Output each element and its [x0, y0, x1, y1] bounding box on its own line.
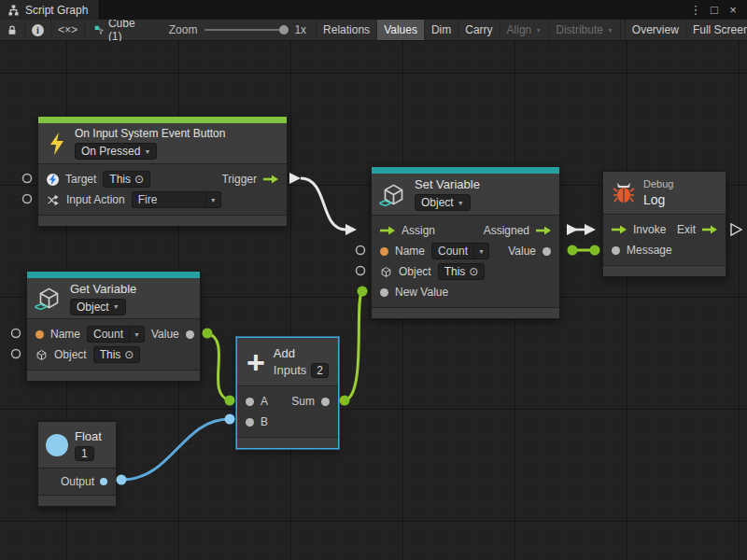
- output-row: Output: [38, 471, 116, 492]
- chevron-down-icon: ▼: [144, 148, 150, 155]
- unconnected-port[interactable]: [357, 246, 365, 255]
- node-title: Get Variable: [70, 282, 136, 296]
- unconnected-port[interactable]: [23, 195, 32, 203]
- zoom-label: Zoom: [169, 23, 198, 36]
- wire-trigger-to-assign[interactable]: [301, 178, 345, 230]
- variable-kind-dropdown[interactable]: Object▼: [70, 299, 126, 315]
- variable-cube-icon: <>: [36, 286, 62, 311]
- value-port[interactable]: [186, 330, 194, 339]
- new-value-port[interactable]: [380, 288, 388, 297]
- object-this-field[interactable]: This ⊙: [438, 263, 486, 280]
- new-value-row: New Value: [372, 282, 559, 302]
- distribute-dropdown[interactable]: Distribute▼: [549, 20, 621, 40]
- b-row: B: [237, 412, 338, 432]
- inspect-button[interactable]: i: [25, 20, 51, 40]
- message-port[interactable]: [612, 246, 620, 255]
- window-menu-icon[interactable]: ⋮: [687, 0, 704, 20]
- assign-label: Assign: [402, 224, 435, 237]
- flow-output-icon[interactable]: [536, 226, 551, 235]
- node-set-variable[interactable]: <> Set Variable Object▼ Assign Assigne: [371, 166, 560, 319]
- assigned-label: Assigned: [484, 224, 529, 237]
- node-footer: [372, 308, 559, 318]
- carry-button[interactable]: Carry: [458, 20, 500, 40]
- input-system-icon: [47, 174, 59, 186]
- value-wire-endpoint[interactable]: [203, 329, 213, 339]
- lock-button[interactable]: [0, 20, 25, 40]
- value-port[interactable]: [543, 247, 551, 256]
- wire-getvalue-to-a[interactable]: [207, 333, 230, 400]
- a-port[interactable]: [246, 398, 254, 406]
- maximize-icon[interactable]: □: [706, 0, 723, 20]
- input-action-icon: [47, 194, 60, 206]
- node-add[interactable]: + Add Inputs 2 A Sum: [236, 337, 339, 449]
- name-dropdown[interactable]: Count ▼: [431, 243, 489, 259]
- node-debug-log[interactable]: Debug Log Invoke Exit: [602, 171, 726, 277]
- invoke-label: Invoke: [633, 223, 666, 236]
- wire-sum-to-newvalue[interactable]: [345, 291, 362, 400]
- node-footer: [38, 216, 287, 226]
- input-action-dropdown[interactable]: Fire ▼: [132, 191, 221, 208]
- fullscreen-button[interactable]: Full Screen: [686, 20, 747, 40]
- unconnected-port[interactable]: [12, 350, 21, 358]
- target-label: Target: [65, 173, 96, 186]
- dim-button[interactable]: Dim: [425, 20, 458, 40]
- b-port[interactable]: [246, 418, 254, 427]
- float-value-field[interactable]: 1: [75, 446, 94, 461]
- values-button[interactable]: Values: [377, 20, 425, 40]
- node-title: On Input System Event Button: [75, 127, 225, 140]
- node-footer: [27, 371, 200, 381]
- flow-output-icon[interactable]: [702, 225, 717, 234]
- unconnected-port[interactable]: [23, 175, 32, 183]
- graph-toolbar: i <×> Cube (1) Zoom 1x Relations Values …: [0, 20, 747, 41]
- zoom-slider[interactable]: [204, 29, 287, 31]
- float-value-icon: [46, 434, 68, 456]
- node-on-input-system-event[interactable]: On Input System Event Button On Pressed▼…: [37, 116, 288, 227]
- flow-input-icon[interactable]: [612, 225, 627, 234]
- event-mode-dropdown[interactable]: On Pressed▼: [75, 143, 157, 160]
- value-wire-endpoint[interactable]: [568, 245, 578, 256]
- name-port[interactable]: [380, 247, 388, 256]
- zoom-slider-thumb[interactable]: [279, 25, 289, 35]
- unconnected-flow-port[interactable]: [731, 224, 741, 235]
- overview-button[interactable]: Overview: [625, 20, 686, 40]
- new-value-label: New Value: [395, 286, 448, 299]
- group-selection-button[interactable]: <×>: [51, 20, 85, 40]
- value-wire-endpoint[interactable]: [590, 245, 600, 256]
- variable-color-bar: [372, 167, 559, 174]
- flow-wire-endpoint[interactable]: [289, 173, 301, 184]
- node-float[interactable]: Float 1 Output: [37, 421, 117, 507]
- input-action-row: Input Action Fire ▼: [38, 189, 287, 210]
- node-title: Float: [75, 429, 102, 443]
- target-object-field[interactable]: This ⊙: [103, 171, 150, 188]
- name-dropdown[interactable]: Count ▼: [87, 326, 145, 343]
- inputs-count-field[interactable]: 2: [311, 363, 329, 378]
- align-dropdown[interactable]: Align▼: [500, 20, 550, 40]
- node-get-variable[interactable]: <> Get Variable Object▼ Name Count ▼: [26, 271, 201, 382]
- close-icon[interactable]: ×: [725, 0, 741, 20]
- flow-input-icon[interactable]: [380, 226, 395, 235]
- unconnected-port[interactable]: [12, 329, 21, 338]
- value-wire-endpoint[interactable]: [340, 396, 350, 406]
- unconnected-port[interactable]: [357, 267, 365, 275]
- variable-cube-icon: <>: [381, 182, 406, 207]
- graph-breadcrumb[interactable]: Cube (1): [85, 20, 148, 40]
- wire-output-to-b[interactable]: [121, 419, 230, 480]
- message-label: Message: [627, 244, 672, 257]
- flow-wire-endpoint[interactable]: [585, 224, 596, 235]
- flow-output-icon[interactable]: [263, 175, 278, 184]
- tab-label: Script Graph: [25, 4, 88, 17]
- tab-script-graph[interactable]: Script Graph: [0, 0, 100, 20]
- graph-canvas[interactable]: On Input System Event Button On Pressed▼…: [0, 41, 747, 560]
- value-wire-endpoint[interactable]: [117, 475, 127, 485]
- value-wire-endpoint[interactable]: [225, 396, 235, 406]
- sum-port[interactable]: [321, 398, 330, 406]
- name-port[interactable]: [35, 330, 44, 339]
- variable-kind-dropdown[interactable]: Object▼: [415, 194, 471, 211]
- object-this-field[interactable]: This ⊙: [93, 346, 141, 363]
- object-row: Object This ⊙: [372, 261, 559, 282]
- value-wire-endpoint[interactable]: [225, 414, 235, 425]
- relations-button[interactable]: Relations: [316, 20, 377, 40]
- output-port[interactable]: [100, 478, 107, 485]
- flow-wire-endpoint[interactable]: [345, 224, 357, 235]
- value-wire-endpoint[interactable]: [358, 287, 368, 297]
